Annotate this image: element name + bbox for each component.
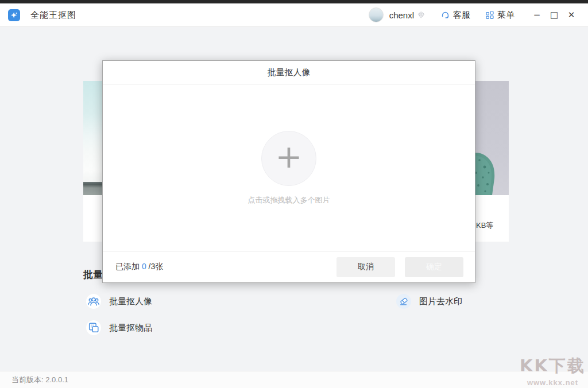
feature-watermark-removal-label: 图片去水印 (419, 296, 462, 307)
dialog-footer: 已添加 0 /3张 取消 确定 (103, 251, 475, 282)
user-avatar[interactable] (369, 7, 384, 22)
feature-batch-objects-label: 批量抠物品 (109, 323, 152, 333)
screen-edge-strip (0, 0, 588, 3)
feature-batch-portrait[interactable]: 批量抠人像 (86, 294, 152, 309)
window-controls: − □ ✕ (528, 6, 580, 24)
added-total: /3张 (149, 262, 164, 271)
titlebar: 全能王抠图 chenxl 客服 菜单 (0, 3, 588, 27)
close-button[interactable]: ✕ (563, 6, 580, 24)
customer-service-label: 客服 (453, 10, 470, 21)
feature-watermark-removal[interactable]: 图片去水印 (396, 294, 462, 309)
vip-badge-icon[interactable] (417, 11, 425, 19)
added-prefix: 已添加 (115, 262, 140, 271)
plus-icon: + (276, 141, 303, 173)
app-logo-icon (8, 9, 20, 21)
version-text: 当前版本: 2.0.0.1 (11, 375, 68, 385)
app-title: 全能王抠图 (30, 10, 76, 21)
menu-button[interactable]: 菜单 (485, 10, 514, 21)
username[interactable]: chenxl (389, 10, 414, 20)
maximize-button[interactable]: □ (546, 6, 563, 24)
grid-menu-icon (485, 10, 494, 20)
headset-icon (440, 10, 450, 20)
minimize-button[interactable]: − (528, 6, 546, 24)
section-title-partial: 批量 (83, 268, 103, 281)
eraser-icon (396, 294, 411, 309)
people-icon (86, 294, 101, 309)
menu-label: 菜单 (497, 10, 514, 21)
add-images-button[interactable]: + (261, 131, 316, 186)
added-count-status: 已添加 0 /3张 (115, 262, 163, 272)
feature-batch-portrait-label: 批量抠人像 (109, 296, 152, 307)
cancel-button[interactable]: 取消 (336, 257, 395, 277)
batch-portrait-dialog: 批量抠人像 + 点击或拖拽载入多个图片 已添加 0 /3张 取消 确定 (102, 60, 475, 283)
upload-hint-text: 点击或拖拽载入多个图片 (103, 195, 475, 205)
objects-icon (86, 320, 101, 335)
dialog-body: + 点击或拖拽载入多个图片 (103, 84, 475, 251)
dialog-title-bar: 批量抠人像 (103, 61, 475, 84)
customer-service-button[interactable]: 客服 (440, 10, 470, 21)
statusbar: 当前版本: 2.0.0.1 (0, 371, 588, 388)
feature-batch-objects[interactable]: 批量抠物品 (86, 320, 152, 335)
titlebar-right: chenxl 客服 菜单 − □ ✕ (369, 6, 588, 24)
banner-caption-partial: KB等 (476, 220, 493, 231)
dialog-title: 批量抠人像 (268, 67, 311, 78)
confirm-button-disabled[interactable]: 确定 (405, 257, 463, 277)
added-count: 0 (142, 262, 146, 271)
